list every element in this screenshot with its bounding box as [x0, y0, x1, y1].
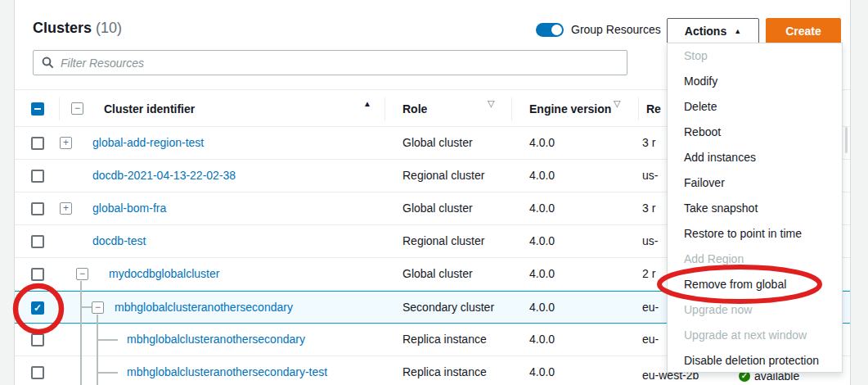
- cluster-link[interactable]: mydocdbglobalcluster: [109, 258, 219, 290]
- role-cell: Secondary cluster: [403, 292, 494, 323]
- row-checkbox[interactable]: [31, 137, 44, 150]
- region-cell: eu-: [642, 292, 659, 323]
- actions-button-label: Actions: [685, 25, 726, 38]
- role-cell: Global cluster: [403, 192, 473, 224]
- engine-version-cell: 4.0.0: [529, 324, 555, 356]
- instance-link[interactable]: mbhglobalclusteranothersecondary: [127, 324, 305, 356]
- region-cell: us-: [642, 160, 658, 192]
- column-divider: [511, 97, 512, 120]
- row-checkbox[interactable]: [31, 333, 44, 346]
- region-cell: eu-: [642, 324, 659, 356]
- caret-up-icon: ▲: [734, 27, 741, 35]
- vertical-scrollbar[interactable]: [845, 127, 848, 153]
- cluster-link[interactable]: docdb-2021-04-13-22-02-38: [92, 160, 236, 192]
- role-cell: Regional cluster: [403, 225, 484, 257]
- menu-item-add-region: Add Region: [668, 247, 842, 272]
- toggle-knob: [551, 25, 562, 35]
- engine-version-cell: 4.0.0: [529, 127, 555, 159]
- role-cell: Global cluster: [403, 127, 473, 159]
- collapse-all-icon[interactable]: −: [71, 102, 83, 115]
- create-button[interactable]: Create: [766, 18, 841, 44]
- page-count: (10): [96, 20, 122, 36]
- expand-icon[interactable]: +: [60, 202, 72, 215]
- cluster-link[interactable]: global-add-region-test: [92, 127, 204, 159]
- region-cell: us-: [642, 225, 658, 257]
- page-title-text: Clusters: [33, 20, 92, 36]
- engine-version-cell: 4.0.0: [529, 225, 555, 257]
- role-cell: Global cluster: [403, 258, 473, 290]
- menu-item-upgrade-now: Upgrade now: [668, 297, 842, 323]
- minus-glyph: −: [79, 268, 85, 279]
- tree-line-connector: [97, 372, 118, 374]
- region-cell: 3 r: [642, 192, 655, 224]
- tree-line-connector: [80, 306, 92, 308]
- role-cell: Regional cluster: [403, 160, 484, 192]
- row-checkbox-checked[interactable]: ✓: [31, 301, 44, 315]
- column-header-engine-version[interactable]: Engine version: [529, 97, 611, 121]
- column-divider: [59, 97, 60, 120]
- menu-item-upgrade-at-next-window: Upgrade at next window: [668, 323, 842, 348]
- page-title: Clusters (10): [33, 20, 122, 37]
- role-cell: Replica instance: [403, 356, 487, 385]
- engine-version-cell: 4.0.0: [529, 258, 555, 290]
- sort-ascending-icon[interactable]: ▲: [363, 99, 371, 108]
- row-checkbox[interactable]: [31, 235, 44, 248]
- menu-item-delete[interactable]: Delete: [668, 94, 842, 120]
- group-resources-toggle[interactable]: [536, 23, 564, 37]
- column-header-role[interactable]: Role: [403, 97, 427, 121]
- menu-item-reboot[interactable]: Reboot: [668, 120, 842, 145]
- minus-glyph: −: [74, 102, 80, 114]
- cluster-link[interactable]: mbhglobalclusteranothersecondary: [115, 292, 293, 323]
- cluster-link[interactable]: global-bom-fra: [92, 192, 166, 224]
- column-divider: [385, 97, 385, 120]
- cluster-link[interactable]: docdb-test: [92, 225, 146, 257]
- engine-version-cell: 4.0.0: [529, 292, 555, 323]
- menu-item-failover[interactable]: Failover: [668, 170, 842, 196]
- select-all-checkbox[interactable]: [31, 102, 44, 116]
- menu-item-restore-to-point-in-time[interactable]: Restore to point in time: [668, 221, 842, 247]
- tree-line-connector: [97, 339, 118, 341]
- column-header-region[interactable]: Re: [646, 97, 661, 121]
- tree-line-vertical: [97, 315, 98, 385]
- row-checkbox[interactable]: [31, 170, 44, 183]
- filter-resources-input[interactable]: [61, 57, 627, 70]
- minus-glyph: −: [95, 301, 101, 313]
- expand-icon[interactable]: +: [60, 137, 72, 149]
- column-divider: [638, 97, 639, 120]
- menu-item-stop: Stop: [668, 43, 842, 69]
- plus-glyph: +: [63, 202, 69, 214]
- menu-item-take-snapshot[interactable]: Take snapshot: [668, 196, 842, 221]
- collapse-icon[interactable]: −: [76, 268, 88, 280]
- engine-version-filter-icon[interactable]: ▽: [614, 98, 620, 109]
- region-cell: 2 r: [642, 258, 655, 290]
- menu-item-disable-deletion-protection[interactable]: Disable deletion protection: [668, 348, 842, 374]
- region-cell: 3 r: [642, 127, 655, 159]
- collapse-icon[interactable]: −: [92, 301, 104, 314]
- row-checkbox[interactable]: [31, 268, 44, 281]
- row-checkbox[interactable]: [31, 366, 44, 379]
- role-filter-icon[interactable]: ▽: [488, 98, 494, 109]
- role-cell: Replica instance: [403, 324, 487, 356]
- menu-item-modify[interactable]: Modify: [668, 69, 842, 94]
- documentdb-clusters-page: Clusters (10) Group Resources Actions ▲ …: [0, 0, 868, 385]
- tree-line-vertical: [80, 281, 82, 385]
- column-header-cluster-identifier[interactable]: Cluster identifier: [104, 97, 195, 121]
- group-resources-label: Group Resources: [571, 23, 661, 37]
- plus-glyph: +: [63, 137, 69, 148]
- actions-dropdown-menu: Stop Modify Delete Reboot Add instances …: [667, 43, 843, 373]
- create-button-label: Create: [785, 25, 821, 38]
- search-icon: [42, 57, 54, 69]
- engine-version-cell: 4.0.0: [529, 192, 555, 224]
- menu-item-add-instances[interactable]: Add instances: [668, 145, 842, 170]
- menu-item-remove-from-global[interactable]: Remove from global: [668, 272, 842, 297]
- filter-resources-box: [33, 50, 627, 75]
- actions-button[interactable]: Actions ▲: [667, 18, 759, 44]
- engine-version-cell: 4.0.0: [529, 356, 555, 385]
- engine-version-cell: 4.0.0: [529, 160, 555, 192]
- instance-link[interactable]: mbhglobalclusteranothersecondary-test: [127, 356, 327, 385]
- row-checkbox[interactable]: [31, 202, 44, 215]
- check-glyph: ✓: [34, 302, 42, 314]
